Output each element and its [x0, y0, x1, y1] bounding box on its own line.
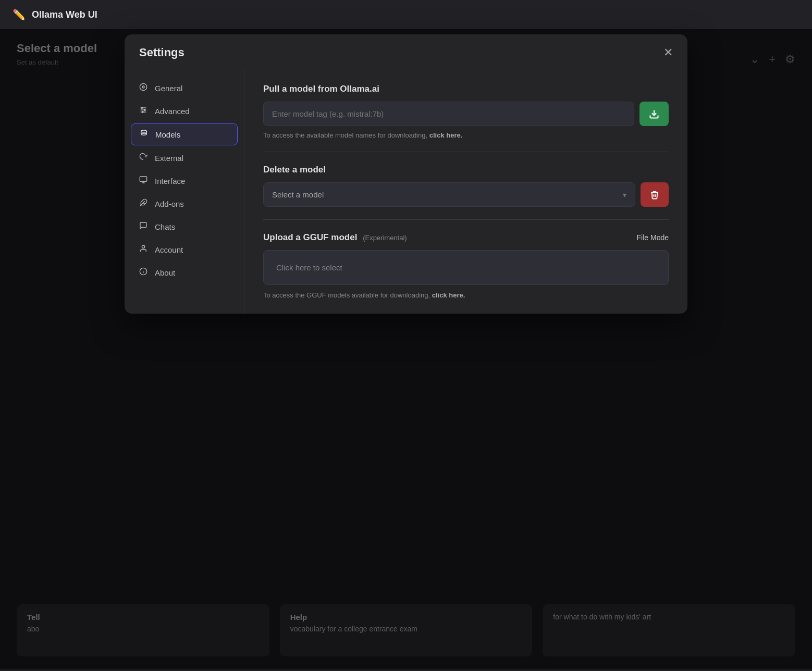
sidebar-about-label: About: [155, 268, 175, 277]
sidebar-item-interface[interactable]: Interface: [131, 170, 238, 191]
sidebar-external-label: External: [155, 154, 183, 163]
pull-model-row: [263, 102, 669, 126]
app-title: Ollama Web UI: [32, 9, 97, 20]
settings-modal: Settings ✕ General: [125, 34, 687, 314]
svg-point-14: [142, 245, 144, 248]
models-icon: [139, 129, 149, 140]
main-area: Select a model Set as default ⌄ + ⚙ Tell…: [0, 29, 812, 669]
chats-icon: [138, 221, 149, 232]
delete-model-row: Select a model ▾: [263, 182, 669, 207]
section-divider-2: [263, 219, 669, 220]
svg-point-4: [141, 107, 143, 109]
sidebar-interface-label: Interface: [155, 177, 185, 185]
sidebar-advanced-label: Advanced: [155, 107, 190, 116]
sidebar-item-addons[interactable]: Add-ons: [131, 193, 238, 214]
svg-line-8: [146, 155, 147, 156]
modal-overlay: Settings ✕ General: [0, 29, 812, 669]
svg-rect-9: [140, 177, 146, 181]
section-divider-1: [263, 152, 669, 152]
svg-point-6: [142, 111, 143, 113]
settings-content: Pull a model from Ollama.ai To ac: [244, 69, 687, 314]
file-mode-label: File Mode: [637, 233, 669, 242]
experimental-label: (Experimental): [363, 234, 407, 242]
sidebar-models-label: Models: [155, 130, 180, 139]
delete-model-placeholder: Select a model: [272, 190, 324, 199]
pull-model-input[interactable]: [263, 102, 634, 126]
upload-header: Upload a GGUF model (Experimental) File …: [263, 232, 669, 243]
sidebar-chats-label: Chats: [155, 222, 175, 231]
chevron-down-icon: ▾: [623, 191, 626, 199]
delete-model-select[interactable]: Select a model ▾: [263, 182, 635, 207]
sidebar-item-advanced[interactable]: Advanced: [131, 101, 238, 121]
settings-sidebar: General Advanced: [125, 69, 244, 314]
delete-model-select-wrapper: Select a model ▾: [263, 182, 635, 207]
sidebar-general-label: General: [155, 84, 182, 93]
gguf-help-text: To access the GGUF models available for …: [263, 291, 669, 299]
sidebar-item-general[interactable]: General: [131, 78, 238, 98]
edit-icon[interactable]: ✏️: [13, 8, 26, 21]
delete-model-button[interactable]: [641, 182, 669, 207]
advanced-icon: [138, 106, 149, 116]
about-icon: [138, 267, 149, 278]
svg-point-7: [141, 130, 147, 132]
sidebar-item-about[interactable]: About: [131, 262, 238, 283]
sidebar-item-models[interactable]: Models: [131, 123, 238, 145]
sidebar-account-label: Account: [155, 245, 183, 254]
account-icon: [138, 244, 149, 255]
topbar: ✏️ Ollama Web UI: [0, 0, 812, 29]
pull-model-button[interactable]: [639, 102, 669, 126]
general-icon: [138, 83, 149, 93]
svg-point-0: [142, 86, 144, 88]
gguf-click-here-link[interactable]: click here.: [432, 291, 465, 299]
modal-title: Settings: [139, 46, 184, 59]
upload-section-title: Upload a GGUF model (Experimental): [263, 232, 407, 243]
sidebar-item-chats[interactable]: Chats: [131, 216, 238, 237]
topbar-left: ✏️ Ollama Web UI: [13, 8, 97, 21]
pull-help-text: To access the available model names for …: [263, 131, 669, 139]
sidebar-item-account[interactable]: Account: [131, 239, 238, 260]
upload-zone-text: Click here to select: [276, 263, 342, 272]
delete-section-title: Delete a model: [263, 165, 669, 175]
pull-click-here-link[interactable]: click here.: [429, 131, 463, 139]
sidebar-item-external[interactable]: External: [131, 147, 238, 168]
addons-icon: [138, 198, 149, 209]
svg-point-5: [144, 109, 145, 111]
sidebar-addons-label: Add-ons: [155, 200, 184, 208]
pull-section-title: Pull a model from Ollama.ai: [263, 84, 669, 94]
external-icon: [138, 153, 149, 163]
modal-close-button[interactable]: ✕: [663, 47, 673, 58]
interface-icon: [138, 176, 149, 186]
upload-zone[interactable]: Click here to select: [263, 250, 669, 285]
modal-header: Settings ✕: [125, 34, 687, 69]
modal-body: General Advanced: [125, 69, 687, 314]
